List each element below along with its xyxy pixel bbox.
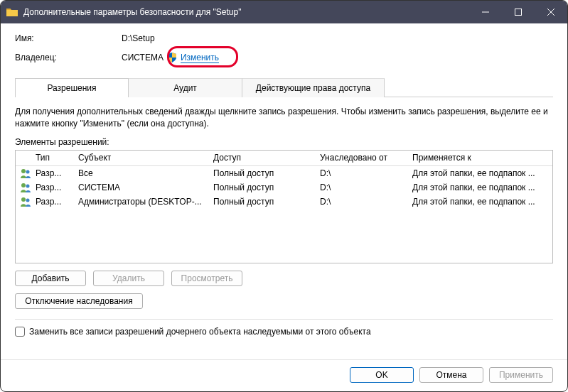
col-header-access[interactable]: Доступ	[213, 153, 320, 163]
cancel-button[interactable]: Отмена	[419, 367, 483, 383]
owner-value: СИСТЕМА	[122, 53, 164, 62]
svg-point-7	[26, 184, 30, 187]
name-row: Имя: D:\Setup	[15, 33, 553, 43]
replace-checkbox-row: Заменить все записи разрешений дочернего…	[15, 327, 553, 337]
ok-button[interactable]: OK	[350, 367, 414, 383]
svg-rect-1	[515, 9, 522, 16]
cell-inherited: D:\	[320, 168, 412, 178]
users-icon	[20, 196, 31, 207]
cell-applies: Для этой папки, ее подпапок ...	[412, 168, 548, 178]
owner-label: Владелец:	[15, 53, 122, 62]
view-button[interactable]: Просмотреть	[171, 271, 242, 286]
change-owner-link[interactable]: Изменить	[181, 53, 219, 63]
owner-value-group: СИСТЕМА Изменить	[122, 52, 219, 63]
maximize-button[interactable]	[502, 1, 535, 23]
disable-inheritance-button[interactable]: Отключение наследования	[15, 293, 143, 309]
tab-audit[interactable]: Аудит	[129, 78, 242, 97]
minimize-button[interactable]	[469, 1, 502, 23]
titlebar: Дополнительные параметры безопасности дл…	[1, 1, 567, 23]
replace-checkbox-label: Заменить все записи разрешений дочернего…	[29, 327, 371, 337]
close-button[interactable]	[535, 1, 567, 23]
permission-entries-label: Элементы разрешений:	[15, 137, 553, 147]
advanced-security-window: Дополнительные параметры безопасности дл…	[0, 0, 568, 392]
tab-permissions[interactable]: Разрешения	[15, 78, 129, 97]
tab-effective-access[interactable]: Действующие права доступа	[242, 78, 385, 97]
grid-header: Тип Субъект Доступ Унаследовано от Приме…	[16, 151, 552, 166]
cell-inherited: D:\	[320, 197, 412, 207]
separator	[15, 319, 553, 320]
name-value: D:\Setup	[122, 33, 155, 43]
remove-button[interactable]: Удалить	[93, 271, 164, 286]
table-row[interactable]: Разр...ВсеПолный доступD:\Для этой папки…	[16, 166, 552, 180]
col-header-subject[interactable]: Субъект	[78, 153, 213, 163]
cell-applies: Для этой папки, ее подпапок ...	[412, 197, 548, 207]
col-header-inherited[interactable]: Унаследовано от	[320, 153, 412, 163]
svg-point-8	[21, 197, 26, 202]
help-text: Для получения дополнительных сведений дв…	[15, 106, 553, 130]
cell-applies: Для этой папки, ее подпапок ...	[412, 183, 548, 192]
add-button[interactable]: Добавить	[15, 271, 86, 286]
folder-icon	[6, 7, 18, 17]
cell-subject: Все	[78, 168, 213, 178]
cell-type: Разр...	[36, 197, 78, 207]
cell-subject: СИСТЕМА	[78, 183, 213, 192]
table-row[interactable]: Разр...СИСТЕМАПолный доступD:\Для этой п…	[16, 180, 552, 195]
window-title: Дополнительные параметры безопасности дл…	[23, 7, 469, 17]
tabs: Разрешения Аудит Действующие права досту…	[15, 77, 553, 97]
col-header-type[interactable]: Тип	[36, 153, 78, 163]
cell-access: Полный доступ	[213, 168, 320, 178]
users-icon	[20, 182, 31, 193]
svg-point-4	[21, 169, 26, 173]
grid-buttons: Добавить Удалить Просмотреть	[15, 271, 553, 286]
content-area: Имя: D:\Setup Владелец: СИСТЕМА Изменить…	[1, 23, 567, 359]
name-label: Имя:	[15, 33, 122, 43]
cell-access: Полный доступ	[213, 197, 320, 207]
apply-button[interactable]: Применить	[489, 367, 553, 383]
dialog-footer: OK Отмена Применить	[1, 359, 567, 391]
cell-subject: Администраторы (DESKTOP-...	[78, 197, 213, 207]
permissions-grid: Тип Субъект Доступ Унаследовано от Приме…	[15, 150, 553, 263]
cell-type: Разр...	[36, 183, 78, 192]
svg-point-9	[26, 198, 30, 202]
svg-point-6	[21, 183, 26, 187]
cell-access: Полный доступ	[213, 183, 320, 192]
replace-checkbox[interactable]	[15, 327, 25, 337]
svg-point-5	[26, 170, 30, 173]
cell-inherited: D:\	[320, 183, 412, 192]
users-icon	[20, 168, 31, 179]
cell-type: Разр...	[36, 168, 78, 178]
col-header-applies[interactable]: Применяется к	[412, 153, 548, 163]
shield-icon	[166, 52, 178, 63]
inherit-buttons: Отключение наследования	[15, 293, 553, 309]
owner-row: Владелец: СИСТЕМА Изменить	[15, 52, 553, 63]
table-row[interactable]: Разр...Администраторы (DESKTOP-...Полный…	[16, 195, 552, 209]
